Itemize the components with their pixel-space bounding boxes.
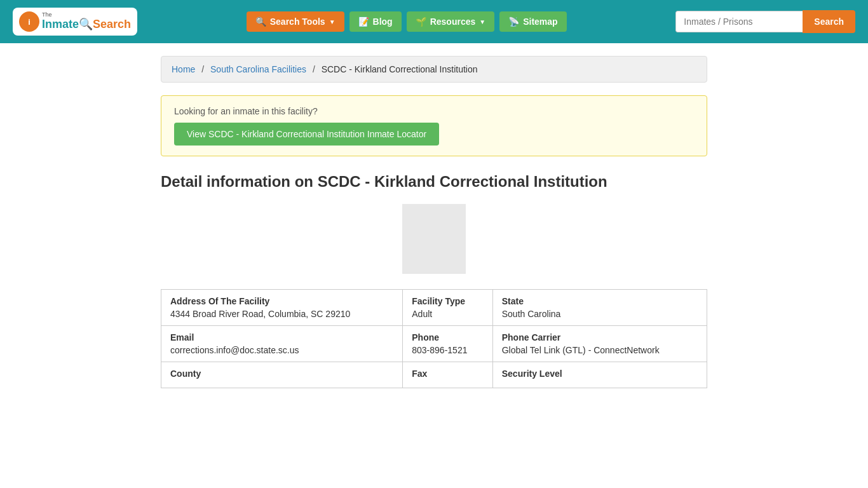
- blog-button[interactable]: 📝 Blog: [349, 11, 402, 32]
- logo-inmate: Inmate: [42, 18, 79, 31]
- facility-info-table: Address Of The Facility 4344 Broad River…: [161, 289, 707, 388]
- search-button-label: Search: [814, 17, 844, 27]
- logo-search-magnifier: 🔍: [79, 18, 93, 31]
- phone-carrier-cell: Phone Carrier Global Tel Link (GTL) - Co…: [492, 326, 707, 362]
- promo-text: Looking for an inmate in this facility?: [174, 106, 694, 116]
- security-level-label: Security Level: [502, 369, 698, 379]
- header: i The Inmate 🔍 Search 🔍 Search Tools ▼ 📝…: [0, 0, 868, 43]
- email-label: Email: [170, 332, 393, 342]
- address-cell: Address Of The Facility 4344 Broad River…: [161, 290, 403, 326]
- svg-text:i: i: [28, 17, 31, 27]
- blog-icon: 📝: [358, 17, 369, 27]
- breadcrumb-current: SCDC - Kirkland Correctional Institution: [322, 64, 478, 74]
- table-row-address: Address Of The Facility 4344 Broad River…: [161, 290, 707, 326]
- breadcrumb-south-carolina[interactable]: South Carolina Facilities: [210, 64, 306, 74]
- state-value: South Carolina: [502, 309, 561, 319]
- logo-text: The Inmate 🔍 Search: [42, 12, 131, 31]
- search-tools-button[interactable]: 🔍 Search Tools ▼: [247, 11, 344, 32]
- phone-value[interactable]: 803-896-1521: [412, 345, 467, 355]
- search-tools-label: Search Tools: [270, 17, 325, 27]
- search-button[interactable]: Search: [803, 10, 855, 33]
- breadcrumb-sep-1: /: [201, 64, 204, 74]
- logo-box: i The Inmate 🔍 Search: [13, 8, 137, 36]
- page-title: Detail information on SCDC - Kirkland Co…: [161, 172, 707, 191]
- phone-carrier-value: Global Tel Link (GTL) - ConnectNetwork: [502, 345, 660, 355]
- sitemap-button[interactable]: 📡 Sitemap: [499, 11, 566, 32]
- resources-button[interactable]: 🌱 Resources ▼: [407, 11, 495, 32]
- logo-icon: i: [19, 11, 39, 32]
- email-cell: Email corrections.info@doc.state.sc.us: [161, 326, 403, 362]
- breadcrumb-sep-2: /: [313, 64, 315, 74]
- search-tools-icon: 🔍: [255, 17, 266, 27]
- breadcrumb-home[interactable]: Home: [172, 64, 195, 74]
- promo-box: Looking for an inmate in this facility? …: [161, 95, 707, 156]
- state-label: State: [502, 296, 698, 306]
- state-cell: State South Carolina: [492, 290, 707, 326]
- resources-label: Resources: [430, 17, 476, 27]
- resources-icon: 🌱: [416, 17, 426, 27]
- phone-cell: Phone 803-896-1521: [403, 326, 492, 362]
- logo-area: i The Inmate 🔍 Search: [13, 8, 137, 36]
- facility-type-label: Facility Type: [412, 296, 483, 306]
- security-level-cell: Security Level: [492, 362, 707, 388]
- search-input[interactable]: [675, 11, 803, 32]
- inmate-locator-button[interactable]: View SCDC - Kirkland Correctional Instit…: [174, 123, 439, 146]
- sitemap-icon: 📡: [508, 17, 519, 27]
- phone-label: Phone: [412, 332, 483, 342]
- address-label: Address Of The Facility: [170, 296, 393, 306]
- phone-carrier-label: Phone Carrier: [502, 332, 698, 342]
- logo-search: Search: [93, 18, 131, 31]
- search-tools-caret: ▼: [329, 18, 336, 25]
- facility-type-value: Adult: [412, 309, 432, 319]
- resources-caret: ▼: [479, 18, 485, 25]
- sitemap-label: Sitemap: [523, 17, 557, 27]
- facility-image: [402, 204, 466, 274]
- county-label: County: [170, 369, 393, 379]
- address-value: 4344 Broad River Road, Columbia, SC 2921…: [170, 309, 350, 319]
- search-area: Search: [675, 10, 855, 33]
- nav-buttons: 🔍 Search Tools ▼ 📝 Blog 🌱 Resources ▼ 📡 …: [247, 11, 567, 32]
- email-value[interactable]: corrections.info@doc.state.sc.us: [170, 345, 299, 355]
- table-row-contact: Email corrections.info@doc.state.sc.us P…: [161, 326, 707, 362]
- table-row-county: County Fax Security Level: [161, 362, 707, 388]
- main-content: Home / South Carolina Facilities / SCDC …: [148, 43, 720, 401]
- fax-label: Fax: [412, 369, 483, 379]
- facility-type-cell: Facility Type Adult: [403, 290, 492, 326]
- breadcrumb: Home / South Carolina Facilities / SCDC …: [161, 56, 707, 83]
- blog-label: Blog: [373, 17, 393, 27]
- fax-cell: Fax: [403, 362, 492, 388]
- county-cell: County: [161, 362, 403, 388]
